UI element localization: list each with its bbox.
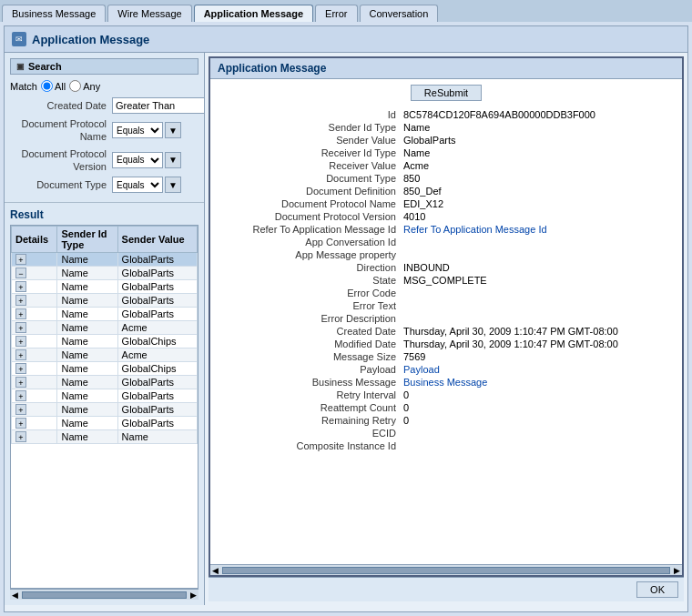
table-row[interactable]: + Name Name [12,430,198,444]
sender-value-cell: GlobalChips [117,362,197,376]
detail-field-label: Remaining Retry [218,414,400,427]
table-row[interactable]: + Name GlobalParts [12,389,198,403]
sender-id-type-cell: Name [57,267,117,280]
detail-row: Reattempt Count 0 [218,401,675,414]
detail-field-label: Document Protocol Name [218,197,400,210]
tab-conversation[interactable]: Conversation [360,5,439,22]
doc-protocol-name-row: Document ProtocolName Equals ▼ [10,117,198,144]
detail-field-value: 850 [400,172,675,185]
detail-field-label: Created Date [218,325,400,338]
sender-id-type-cell: Name [57,335,117,348]
doc-protocol-name-btn[interactable]: ▼ [165,122,181,138]
result-title: Result [10,208,198,221]
collapse-icon[interactable]: ▣ [16,62,25,71]
expand-cell[interactable]: + [12,294,57,308]
table-row[interactable]: − Name GlobalParts [12,267,198,280]
scroll-left-arrow[interactable]: ◀ [10,591,20,600]
table-row[interactable]: + Name GlobalChips [12,335,198,348]
scroll-right-arrow[interactable]: ▶ [188,591,198,600]
doc-type-row: Document Type Equals ▼ [10,177,198,193]
expand-cell[interactable]: + [12,430,57,444]
detail-field-label: App Message property [218,248,400,261]
detail-scrollbar[interactable]: ◀ ▶ [210,564,682,575]
match-label: Match [10,81,37,92]
detail-field-value: MSG_COMPLETE [400,274,675,287]
doc-protocol-version-btn[interactable]: ▼ [165,152,181,168]
sender-value-cell: GlobalParts [117,308,197,321]
table-row[interactable]: + Name GlobalParts [12,253,198,267]
expand-cell[interactable]: + [12,280,57,294]
sender-id-type-cell: Name [57,294,117,308]
expand-cell[interactable]: + [12,321,57,335]
sender-value-cell: GlobalParts [117,253,197,267]
table-row[interactable]: + Name GlobalParts [12,308,198,321]
detail-field-label: ECID [218,427,400,439]
tab-wire-message[interactable]: Wire Message [107,5,191,22]
expand-cell[interactable]: + [12,403,57,417]
detail-field-value: Name [400,146,675,159]
detail-row: Business Message Business Message [218,376,675,389]
doc-protocol-version-select[interactable]: Equals [112,152,163,168]
table-row[interactable]: + Name GlobalParts [12,417,198,430]
detail-row: Remaining Retry 0 [218,414,675,427]
expand-cell[interactable]: + [12,417,57,430]
expand-cell[interactable]: + [12,348,57,362]
sender-id-type-cell: Name [57,403,117,417]
scroll-right-arrow[interactable]: ▶ [674,566,680,575]
detail-field-value: 4010 [400,210,675,223]
detail-field-value: Payload [400,363,675,376]
detail-title: Application Message [210,58,682,79]
bottom-bar: OK [209,577,684,601]
detail-field-value [400,299,675,312]
detail-field-label: Refer To Application Message Id [218,223,400,236]
detail-row: Error Description [218,312,675,325]
expand-cell[interactable]: + [12,389,57,403]
detail-field-label: Message Size [218,350,400,363]
doc-type-btn[interactable]: ▼ [165,177,181,193]
search-header: ▣ Search [10,58,198,75]
main-container: ✉ Application Message ▣ Search Match All… [4,25,688,612]
detail-field-label: Document Type [218,172,400,185]
doc-protocol-name-label: Document ProtocolName [10,117,110,144]
doc-protocol-name-select[interactable]: Equals [112,122,163,138]
doc-type-label: Document Type [10,178,110,191]
expand-cell[interactable]: + [12,335,57,348]
tab-business-message[interactable]: Business Message [2,5,106,22]
detail-row: Document Protocol Version 4010 [218,210,675,223]
detail-row: Created Date Thursday, April 30, 2009 1:… [218,325,675,338]
sender-value-cell: GlobalParts [117,376,197,389]
detail-table: Id 8C5784CD120F8A694AB00000DDB3F000 Send… [218,108,675,452]
expand-cell[interactable]: − [12,267,57,280]
detail-box: Application Message ReSubmit Id 8C5784CD… [209,56,684,577]
ok-button[interactable]: OK [636,581,678,598]
scroll-left-arrow[interactable]: ◀ [212,566,219,575]
created-date-input[interactable] [112,97,205,114]
resubmit-button[interactable]: ReSubmit [411,85,482,101]
table-row[interactable]: + Name GlobalParts [12,376,198,389]
table-row[interactable]: + Name GlobalChips [12,362,198,376]
expand-cell[interactable]: + [12,362,57,376]
sender-id-type-cell: Name [57,348,117,362]
tab-error[interactable]: Error [315,5,357,22]
detail-row: Sender Value GlobalParts [218,134,675,146]
detail-row: App Conversation Id [218,236,675,248]
sender-id-type-cell: Name [57,376,117,389]
match-any-radio[interactable]: Any [69,80,100,92]
table-row[interactable]: + Name Acme [12,348,198,362]
expand-cell[interactable]: + [12,376,57,389]
result-scrollbar[interactable]: ◀ ▶ [10,589,198,600]
tab-application-message[interactable]: Application Message [194,5,313,22]
doc-type-select[interactable]: Equals [112,177,163,193]
detail-row: Id 8C5784CD120F8A694AB00000DDB3F000 [218,108,675,121]
expand-cell[interactable]: + [12,253,57,267]
sender-value-cell: Name [117,430,197,444]
table-row[interactable]: + Name GlobalParts [12,294,198,308]
table-row[interactable]: + Name GlobalParts [12,280,198,294]
match-all-radio[interactable]: All [41,80,66,92]
detail-field-label: Receiver Id Type [218,146,400,159]
detail-field-label: State [218,274,400,287]
table-row[interactable]: + Name GlobalParts [12,403,198,417]
expand-cell[interactable]: + [12,308,57,321]
detail-field-value: Name [400,121,675,134]
table-row[interactable]: + Name Acme [12,321,198,335]
